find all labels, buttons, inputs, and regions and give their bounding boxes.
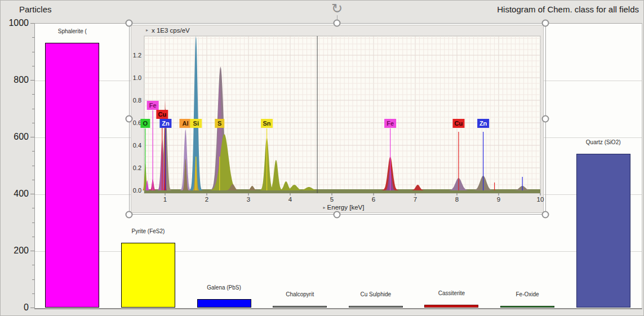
y-axis-tick [30, 251, 34, 251]
y-axis-tick [32, 109, 34, 109]
element-label-text: O [143, 120, 148, 127]
spectrum-plot-bg [144, 36, 540, 193]
y-axis-tick [32, 37, 34, 38]
element-label-text: Fe [387, 120, 394, 127]
histogram-bar[interactable] [45, 43, 99, 308]
histogram-bar-label: Cassiterite [412, 290, 491, 296]
chart-title-particles: Particles [19, 5, 52, 14]
y-axis-label: 0 [1, 302, 29, 313]
spectrum-y-label: 1.2 [133, 52, 141, 59]
y-axis-tick [32, 265, 34, 265]
y-axis-tick [32, 237, 34, 237]
x-axis-tick-label: 1 [163, 196, 167, 203]
y-axis-tick [32, 123, 34, 123]
spectrum-y-label: 0.4 [133, 142, 141, 149]
selection-handle-n[interactable] [334, 20, 341, 27]
x-axis-tick-label: 4 [288, 196, 292, 203]
x-axis-tick-label: 8 [455, 196, 459, 203]
x-axis-tick-label: 6 [372, 196, 375, 203]
histogram-bar-label: Fe-Oxide [488, 291, 567, 297]
y-axis-label: 200 [1, 246, 29, 256]
y-axis-tick [32, 166, 34, 166]
app-canvas: Particles Histogram of Chem. class for a… [0, 0, 644, 316]
y-axis-tick [32, 293, 34, 294]
histogram-bar[interactable] [273, 306, 327, 308]
y-axis-tick [32, 222, 34, 223]
rotate-handle-icon[interactable]: ↻ [331, 2, 343, 15]
selection-handle-e[interactable] [542, 115, 549, 123]
selection-handle-ne[interactable] [542, 20, 549, 27]
y-axis-label: 800 [1, 75, 29, 85]
spectrum-y-label: 1.0 [133, 74, 141, 81]
y-axis-tick [32, 180, 34, 180]
y-axis-tick [32, 66, 34, 66]
histogram-bar-label: Cu Sulphide [336, 291, 415, 297]
spectrum-overlay[interactable]: ↻ 123456789100.00.20.40.60.81.01.2▸x 1E3… [129, 23, 546, 215]
x-axis-tick-label: 7 [414, 196, 417, 203]
selection-handle-s[interactable] [334, 211, 341, 219]
element-label-text: Sn [263, 120, 271, 127]
y-axis-tick [30, 308, 34, 308]
histogram-bar-label: Pyrite (FeS2) [109, 228, 188, 234]
x-axis-tick-label: 2 [205, 196, 208, 203]
axis-arrow-icon: ▸ [323, 205, 326, 210]
histogram-bar[interactable] [424, 305, 478, 308]
histogram-bar[interactable] [121, 243, 175, 308]
x-axis-tick-label: 10 [537, 196, 544, 203]
spectrum-chart: 123456789100.00.20.40.60.81.01.2▸x 1E3 c… [129, 23, 546, 215]
spectrum-y-label: 0.8 [133, 97, 141, 104]
spectrum-y-label: 0.2 [133, 164, 141, 171]
histogram-bar-label: Sphalerite ( [33, 28, 112, 34]
selection-handle-w[interactable] [126, 115, 133, 123]
y-axis-tick [32, 208, 34, 208]
y-axis-tick [30, 137, 34, 137]
selection-handle-nw[interactable] [126, 20, 133, 27]
histogram-bar-label: Quartz (SiO2) [564, 139, 643, 145]
element-label-text: Zn [162, 120, 170, 127]
y-axis-tick [32, 94, 34, 95]
x-axis-tick-label: 9 [497, 196, 500, 203]
y-axis-label: 1000 [1, 18, 29, 28]
element-label-text: Cu [455, 120, 463, 127]
axis-arrow-icon: ▸ [146, 28, 148, 33]
y-axis-tick [32, 151, 34, 152]
element-label-text: Al [182, 120, 188, 127]
chart-title-histogram: Histogram of Chem. class for all fields [497, 5, 639, 14]
histogram-bar[interactable] [349, 306, 403, 308]
y-axis-tick [30, 23, 34, 24]
element-label-text: Si [193, 120, 199, 127]
spectrum-unit-label: x 1E3 cps/eV [152, 27, 190, 34]
x-axis-tick-label: 3 [247, 196, 250, 203]
element-label-text: S [217, 120, 221, 127]
y-axis-tick [32, 279, 34, 280]
element-label-text: Fe [149, 102, 157, 109]
y-axis-label: 400 [1, 189, 29, 199]
y-axis-label: 600 [1, 132, 29, 142]
selection-handle-sw[interactable] [126, 211, 133, 219]
element-label-text: Cu [158, 111, 166, 118]
spectrum-y-label: 0.0 [133, 187, 141, 194]
element-label-text: Zn [479, 120, 487, 127]
y-axis-tick [30, 80, 34, 81]
y-axis-tick [32, 52, 34, 52]
histogram-bar[interactable] [197, 299, 251, 308]
x-axis-tick-label: 5 [330, 196, 334, 203]
histogram-bar-label: Galena (PbS) [185, 284, 264, 291]
spectrum-x-axis-title: Energy [keV] [327, 204, 365, 211]
histogram-bar-label: Chalcopyrit [260, 291, 339, 297]
histogram-bar[interactable] [576, 154, 630, 308]
spectrum-y-label: 0.6 [133, 119, 141, 126]
selection-handle-se[interactable] [542, 211, 549, 219]
y-axis-tick [30, 194, 34, 194]
histogram-bar[interactable] [500, 306, 554, 308]
